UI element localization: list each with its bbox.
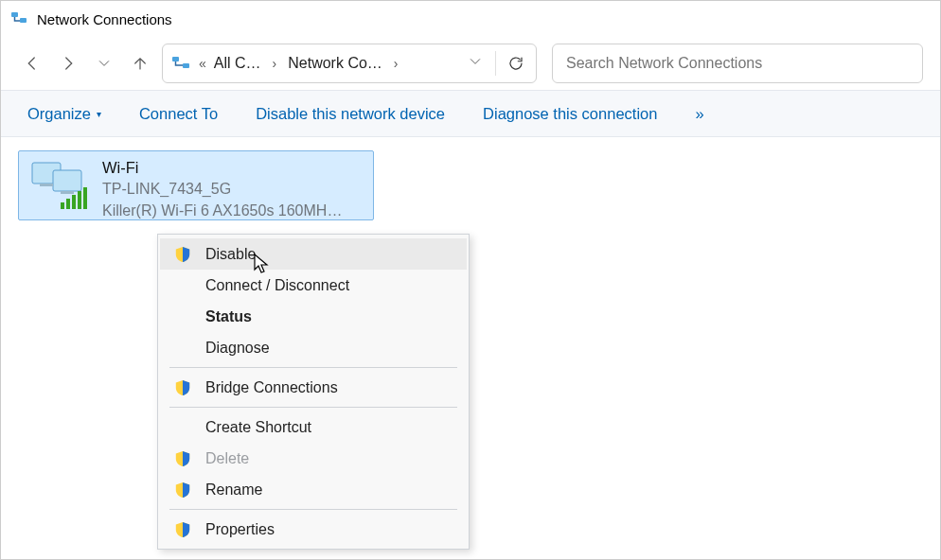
- shield-icon: [171, 521, 194, 538]
- svg-rect-3: [183, 63, 189, 68]
- search-input[interactable]: [566, 55, 909, 72]
- svg-rect-12: [83, 187, 87, 209]
- chevron-right-icon[interactable]: ›: [388, 56, 404, 71]
- menu-diagnose[interactable]: Diagnose: [160, 332, 467, 363]
- diagnose-label: Diagnose this connection: [483, 105, 657, 123]
- svg-rect-6: [40, 184, 53, 186]
- menu-properties[interactable]: Properties: [160, 514, 467, 545]
- more-commands[interactable]: »: [695, 105, 703, 123]
- menu-bridge-label: Bridge Connections: [205, 379, 338, 396]
- disable-device-label: Disable this network device: [256, 105, 445, 123]
- menu-separator: [169, 367, 457, 368]
- menu-disable-label: Disable: [205, 246, 256, 263]
- shield-icon: [171, 246, 194, 263]
- adapter-item-wifi[interactable]: Wi-Fi TP-LINK_7434_5G Killer(R) Wi-Fi 6 …: [18, 150, 374, 220]
- breadcrumb-seg-1[interactable]: All C…: [212, 55, 263, 72]
- menu-delete: Delete: [160, 443, 467, 474]
- content-area: Wi-Fi TP-LINK_7434_5G Killer(R) Wi-Fi 6 …: [1, 137, 940, 234]
- adapter-icon: [27, 157, 93, 214]
- up-button[interactable]: [126, 49, 154, 78]
- menu-delete-label: Delete: [205, 450, 249, 467]
- context-menu: Disable Connect / Disconnect Status Diag…: [157, 234, 470, 550]
- breadcrumb-overflow[interactable]: «: [197, 56, 208, 71]
- search-box[interactable]: [552, 44, 923, 83]
- address-bar[interactable]: « All C… › Network Co… ›: [162, 44, 537, 83]
- svg-rect-10: [72, 195, 76, 209]
- menu-rename-label: Rename: [205, 481, 262, 499]
- svg-rect-1: [20, 18, 27, 23]
- connect-to-label: Connect To: [139, 105, 218, 123]
- title-bar: Network Connections: [1, 1, 940, 37]
- refresh-button[interactable]: [504, 51, 528, 76]
- adapter-name: Wi-Fi: [102, 157, 342, 178]
- address-dropdown[interactable]: [463, 55, 488, 72]
- organize-label: Organize: [27, 105, 91, 123]
- menu-create-shortcut[interactable]: Create Shortcut: [160, 411, 467, 443]
- network-connections-icon: [10, 9, 29, 28]
- connect-to-button[interactable]: Connect To: [139, 105, 218, 123]
- svg-rect-5: [53, 170, 81, 191]
- chevron-down-icon: ▾: [97, 109, 101, 119]
- svg-rect-7: [61, 191, 74, 194]
- menu-rename[interactable]: Rename: [160, 474, 467, 505]
- shield-icon: [171, 481, 194, 499]
- diagnose-button[interactable]: Diagnose this connection: [483, 105, 657, 123]
- command-bar: Organize ▾ Connect To Disable this netwo…: [1, 90, 940, 137]
- breadcrumb-seg-2[interactable]: Network Co…: [286, 55, 384, 72]
- more-icon: »: [695, 105, 703, 123]
- nav-bar: « All C… › Network Co… ›: [1, 37, 940, 90]
- svg-rect-11: [78, 191, 81, 209]
- chevron-right-icon[interactable]: ›: [267, 56, 283, 71]
- svg-rect-2: [172, 57, 179, 61]
- disable-device-button[interactable]: Disable this network device: [256, 105, 445, 123]
- menu-bridge[interactable]: Bridge Connections: [160, 372, 467, 403]
- shield-icon: [171, 450, 194, 467]
- adapter-ssid: TP-LINK_7434_5G: [102, 179, 342, 200]
- menu-separator: [169, 509, 457, 510]
- svg-rect-8: [61, 202, 64, 209]
- svg-rect-0: [11, 12, 18, 17]
- back-button[interactable]: [18, 49, 46, 78]
- adapter-device: Killer(R) Wi-Fi 6 AX1650s 160MH…: [102, 201, 342, 221]
- window-title: Network Connections: [37, 11, 172, 27]
- menu-separator: [169, 407, 457, 408]
- menu-connect-label: Connect / Disconnect: [205, 277, 349, 294]
- menu-properties-label: Properties: [205, 521, 275, 538]
- menu-shortcut-label: Create Shortcut: [205, 419, 311, 436]
- recent-dropdown[interactable]: [90, 49, 118, 78]
- organize-menu[interactable]: Organize ▾: [27, 105, 101, 123]
- menu-status-label: Status: [205, 308, 252, 325]
- location-icon: [170, 52, 193, 75]
- menu-connect-disconnect[interactable]: Connect / Disconnect: [160, 270, 467, 301]
- svg-rect-9: [66, 199, 70, 209]
- menu-diagnose-label: Diagnose: [205, 340, 270, 357]
- shield-icon: [171, 379, 194, 396]
- menu-disable[interactable]: Disable: [160, 238, 467, 270]
- forward-button[interactable]: [54, 49, 82, 78]
- divider: [495, 51, 496, 76]
- menu-status[interactable]: Status: [160, 301, 467, 332]
